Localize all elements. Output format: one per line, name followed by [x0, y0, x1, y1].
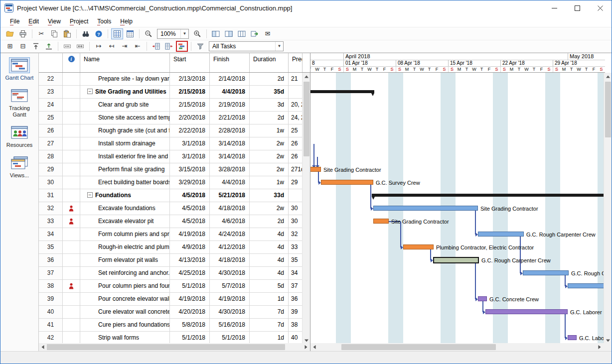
info-cell[interactable] [63, 319, 80, 332]
task-finish-cell[interactable]: 3/14/2018 [210, 150, 250, 163]
info-cell[interactable] [63, 202, 80, 215]
filter-button[interactable] [194, 41, 206, 52]
task-name-cell[interactable]: Install exterior fire line and ... [80, 150, 170, 163]
task-name-cell[interactable]: Cure elevator wall concrete [80, 306, 170, 319]
task-predecessors-cell[interactable]: 24, 22 [289, 112, 303, 124]
task-finish-cell[interactable]: 4/30/2018 [210, 306, 250, 319]
info-cell[interactable] [63, 124, 80, 137]
summary-bar[interactable] [372, 194, 605, 197]
menu-item-project[interactable]: Project [65, 16, 93, 26]
scroll-thumb[interactable] [341, 344, 496, 350]
task-duration-cell[interactable]: 1d [250, 293, 289, 306]
task-bar[interactable] [523, 270, 569, 275]
task-start-cell[interactable]: 4/5/2018 [170, 189, 210, 202]
send-pane-button[interactable] [249, 28, 261, 39]
task-finish-cell[interactable]: 4/18/2018 [210, 254, 250, 267]
task-name-cell[interactable]: Set reinforcing and anchor... [80, 267, 170, 280]
task-finish-cell[interactable]: 4/6/2018 [210, 215, 250, 228]
task-finish-cell[interactable]: 3/14/2018 [210, 137, 250, 150]
table-row[interactable]: 39Pour concrete elevator walls4/19/20184… [39, 293, 303, 306]
collapse-icon[interactable]: − [87, 192, 93, 198]
task-duration-cell[interactable]: 2d [250, 112, 289, 124]
minimize-button[interactable] [543, 0, 566, 15]
summary-bar[interactable] [310, 90, 374, 93]
task-bar[interactable] [310, 167, 321, 172]
row-number-cell[interactable]: 31 [39, 189, 63, 202]
menu-item-view[interactable]: View [43, 16, 65, 26]
export-button[interactable] [43, 41, 55, 52]
task-predecessors-cell[interactable]: 32 [289, 228, 303, 241]
info-cell[interactable] [63, 228, 80, 241]
task-duration-cell[interactable]: 3d [250, 99, 289, 112]
scroll-thumb[interactable] [605, 82, 611, 137]
paste-button[interactable] [61, 28, 73, 39]
row-number-cell[interactable]: 22 [39, 73, 63, 86]
row-number-cell[interactable]: 34 [39, 228, 63, 241]
task-duration-cell[interactable]: 33d [250, 189, 289, 202]
task-name-cell[interactable]: Erect building batter boards ... [80, 176, 170, 189]
scroll-thumb[interactable] [47, 344, 285, 350]
task-predecessors-cell[interactable]: 271d, 2 [289, 163, 303, 176]
task-predecessors-cell[interactable]: 35 [289, 254, 303, 267]
task-start-cell[interactable]: 3/15/2018 [170, 163, 210, 176]
copy-button[interactable] [48, 28, 60, 39]
task-duration-cell[interactable]: 2w [250, 163, 289, 176]
row-number-cell[interactable]: 32 [39, 202, 63, 215]
table-row[interactable]: 40Cure elevator wall concrete4/20/20184/… [39, 306, 303, 319]
table-vscrollbar[interactable] [302, 73, 310, 345]
task-predecessors-cell[interactable]: 36 [289, 293, 303, 306]
pane-right-layout-button[interactable] [223, 28, 235, 39]
task-bar[interactable] [568, 283, 605, 288]
help-button[interactable]: ? [93, 28, 105, 39]
task-start-cell[interactable]: 4/9/2018 [170, 241, 210, 254]
row-number-cell[interactable]: 40 [39, 306, 63, 319]
task-duration-cell[interactable]: 2d [250, 215, 289, 228]
collapse-icon[interactable]: − [87, 89, 93, 94]
task-duration-cell[interactable]: 5d [250, 280, 289, 293]
table-row[interactable]: 33Excavate elevator pit4/5/20184/6/20182… [39, 215, 303, 228]
table-row[interactable]: 35Rough-in electric and plum...4/9/20184… [39, 241, 303, 254]
find-button[interactable] [80, 28, 92, 39]
table-row[interactable]: 25Stone site access and temp...2/20/2018… [39, 112, 303, 124]
task-bar[interactable] [568, 335, 577, 340]
info-cell[interactable] [63, 280, 80, 293]
info-cell[interactable] [63, 99, 80, 112]
open-button[interactable] [4, 28, 16, 39]
task-predecessors-cell[interactable]: 29 [289, 176, 303, 189]
print-button[interactable] [17, 28, 29, 39]
task-finish-cell[interactable]: 4/4/2018 [210, 86, 250, 99]
row-number-cell[interactable]: 30 [39, 176, 63, 189]
indent-button[interactable]: ⇥ [119, 41, 131, 52]
task-finish-cell[interactable]: 2/14/2018 [210, 73, 250, 86]
info-cell[interactable] [63, 112, 80, 124]
email-button[interactable]: ✉ [262, 28, 274, 39]
delete-task-button[interactable]: ⊟ [17, 41, 29, 52]
task-filter-combobox[interactable]: All Tasks▼ [209, 41, 284, 51]
task-predecessors-cell[interactable]: 26 [289, 137, 303, 150]
gantt-vscrollbar[interactable] [604, 73, 612, 345]
task-finish-cell[interactable]: 5/16/2018 [210, 319, 250, 332]
sidebar-item-resources[interactable]: Resources [2, 124, 37, 148]
task-name-cell[interactable]: Clear and grub site [80, 99, 170, 112]
task-duration-cell[interactable]: 2w [250, 150, 289, 163]
row-number-cell[interactable]: 41 [39, 319, 63, 332]
task-finish-cell[interactable]: 4/4/2018 [210, 176, 250, 189]
task-start-cell[interactable]: 5/8/2018 [170, 319, 210, 332]
column-header-dur[interactable]: Duration [250, 53, 289, 72]
row-number-cell[interactable]: 23 [39, 86, 63, 99]
close-button[interactable] [589, 0, 612, 15]
task-start-cell[interactable]: 3/1/2018 [170, 150, 210, 163]
task-name-cell[interactable]: Form elevator pit walls [80, 254, 170, 267]
task-duration-cell[interactable]: 2d [250, 73, 289, 86]
task-bar[interactable] [485, 309, 568, 314]
info-cell[interactable] [63, 267, 80, 280]
task-duration-cell[interactable]: 4d [250, 241, 289, 254]
task-duration-cell[interactable]: 1w [250, 124, 289, 137]
info-cell[interactable] [63, 176, 80, 189]
task-bar[interactable] [433, 257, 479, 263]
task-name-cell[interactable]: Pour column piers and foun... [80, 280, 170, 293]
task-start-cell[interactable]: 2/20/2018 [170, 112, 210, 124]
menu-item-edit[interactable]: Edit [24, 16, 43, 26]
task-start-cell[interactable]: 4/25/2018 [170, 267, 210, 280]
task-start-cell[interactable]: 2/15/2018 [170, 99, 210, 112]
